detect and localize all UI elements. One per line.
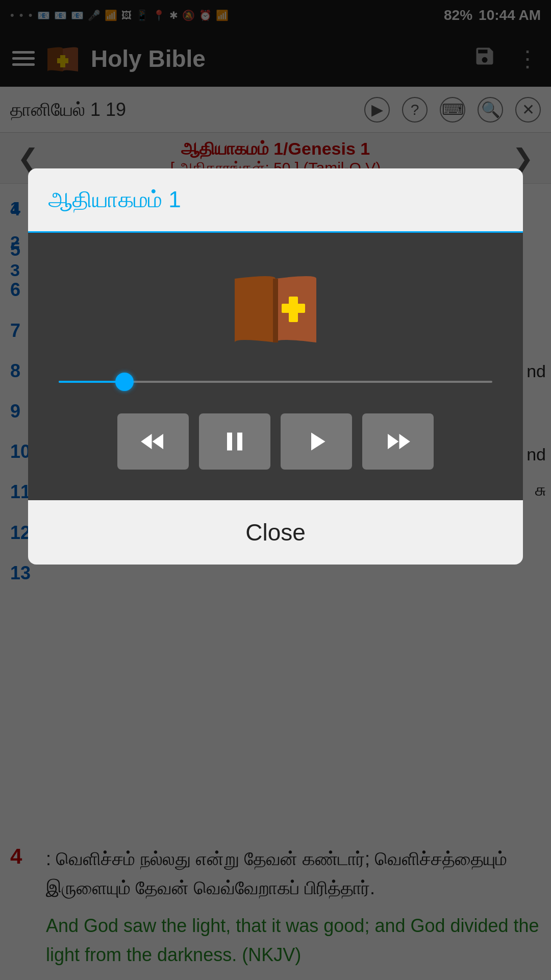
rewind-button[interactable]	[117, 413, 189, 470]
close-btn-label: Close	[245, 519, 306, 546]
dialog-title-bar: ஆதியாகமம் 1	[28, 168, 523, 233]
dialog-title: ஆதியாகமம் 1	[48, 187, 181, 212]
seek-bar[interactable]	[43, 376, 508, 388]
pause-button[interactable]	[199, 413, 270, 470]
seek-progress	[59, 381, 124, 383]
seek-track[interactable]	[59, 381, 492, 383]
media-dialog: ஆதியாகமம் 1	[28, 168, 523, 565]
dialog-body	[28, 233, 523, 500]
media-controls	[43, 408, 508, 475]
media-book-icon	[224, 263, 327, 355]
seek-thumb[interactable]	[115, 373, 134, 391]
close-dialog-button[interactable]: Close	[28, 500, 523, 565]
play-button[interactable]	[281, 413, 352, 470]
fast-forward-button[interactable]	[362, 413, 434, 470]
svg-rect-3	[282, 304, 305, 313]
